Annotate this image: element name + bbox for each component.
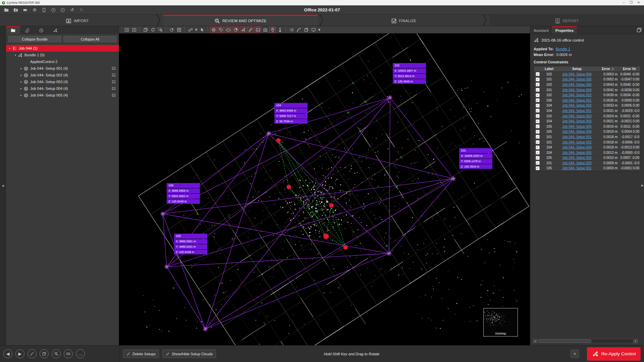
constraint-checkbox[interactable]: ✓ <box>536 77 540 81</box>
constraint-setup-link[interactable]: Job 044- Setup 004 <box>556 130 598 133</box>
column-header-Error[interactable]: Error▾ <box>598 67 619 71</box>
zoom-region-button[interactable] <box>157 26 163 33</box>
rotate-view-button[interactable] <box>150 26 156 33</box>
station-label-104[interactable]: 104X: 9993.8369 mY: 5009.7217 mZ: 99.763… <box>274 103 308 124</box>
caret-down-icon[interactable]: ▾ <box>8 47 11 50</box>
constraint-setup-link[interactable]: Job 044- Setup 004 <box>556 72 598 76</box>
constraint-checkbox[interactable]: ✓ <box>536 109 540 113</box>
grid-view-button[interactable] <box>176 26 182 33</box>
tree-item-job-044-setup-004-4-[interactable]: ▸Job 044- Setup 004 (4) <box>6 85 119 92</box>
constraint-setup-link[interactable]: Job 044- Setup 003 <box>556 114 598 118</box>
minimize-button[interactable]: – <box>623 0 625 5</box>
column-header-Label[interactable]: Label <box>542 67 556 71</box>
bundle-toggle-button[interactable] <box>240 26 246 33</box>
constraint-setup-link[interactable]: Job 044- Setup 003 <box>556 161 598 165</box>
left-panel-collapse[interactable]: ◀ <box>0 26 6 345</box>
constraint-setup-link[interactable]: Job 044- Setup 001 <box>556 99 598 102</box>
more-button[interactable]: … <box>76 349 85 358</box>
prev-button[interactable]: ◀ <box>3 349 12 358</box>
device-manager-button[interactable] <box>40 6 48 14</box>
constraint-checkbox[interactable]: ✓ <box>536 145 540 149</box>
search-button[interactable] <box>52 349 61 358</box>
caret-right-icon[interactable]: ▸ <box>19 67 23 70</box>
constraint-checkbox[interactable]: ✓ <box>536 130 540 134</box>
setups-toggle-button[interactable] <box>210 26 217 33</box>
constraint-checkbox[interactable]: ✓ <box>536 82 540 86</box>
constraint-checkbox[interactable]: ✓ <box>536 150 540 155</box>
constraint-setup-link[interactable]: Job 044- Setup 001 <box>556 166 598 170</box>
import-project-button[interactable] <box>12 6 19 14</box>
delete-setups-button[interactable]: Delete Setups <box>123 350 159 358</box>
constraint-setup-link[interactable]: Job 044- Setup 004 <box>556 145 598 149</box>
scroll-right-arrow[interactable]: ▸ <box>634 339 638 343</box>
scrollbar-thumb[interactable] <box>538 340 591 343</box>
station-label-106[interactable]: 106X: 9985.5859 mY: 5003.4562 mZ: 100.92… <box>167 183 200 204</box>
dismiss-bar-button[interactable]: × <box>571 350 579 358</box>
workflow-tab-finalize[interactable]: FINALIZE <box>326 15 481 26</box>
caret-right-icon[interactable]: ▸ <box>19 87 23 90</box>
labels-toggle-button[interactable] <box>218 26 224 33</box>
pano-images-button[interactable] <box>303 26 309 33</box>
undo-button[interactable]: ↺ <box>68 6 76 14</box>
person-view-button[interactable] <box>277 26 283 33</box>
camera-button[interactable] <box>262 26 268 33</box>
split-cloud-button[interactable] <box>288 26 294 33</box>
constraint-checkbox[interactable]: ✓ <box>536 119 540 123</box>
sitemap-inset[interactable]: SiteMap <box>483 308 518 337</box>
merge-branch-button[interactable] <box>296 26 302 33</box>
constraint-checkbox[interactable]: ✓ <box>536 166 540 170</box>
constraint-checkbox[interactable]: ✓ <box>536 98 540 102</box>
workflow-tab-review-and-optimize[interactable]: REVIEW AND OPTIMIZE <box>163 15 318 26</box>
constraint-checkbox[interactable]: ✓ <box>536 88 540 92</box>
constraint-setup-link[interactable]: Job 044- Setup 005 <box>556 77 598 81</box>
keyboard-button[interactable] <box>64 349 73 358</box>
close-button[interactable]: ✕ <box>637 0 640 5</box>
constraint-checkbox[interactable]: ✓ <box>536 135 540 139</box>
help-button[interactable]: ? <box>50 6 57 14</box>
constraint-setup-link[interactable]: Job 044- Setup 002 <box>556 93 598 97</box>
caret-right-icon[interactable]: ▸ <box>19 74 23 77</box>
reapply-control-button[interactable]: Re-Apply Control <box>587 347 641 361</box>
images-toggle-button[interactable] <box>255 26 261 33</box>
about-button[interactable]: i <box>59 6 66 14</box>
open-project-button[interactable] <box>3 6 10 14</box>
redo-button[interactable]: ↻ <box>78 6 85 14</box>
constraint-checkbox[interactable]: ✓ <box>536 114 540 118</box>
tree-item-job-044-setup-003-4-[interactable]: ▸Job 044- Setup 003 (4) <box>6 78 119 85</box>
tab-properties[interactable]: Properties <box>552 26 577 34</box>
next-button[interactable]: ▶ <box>15 349 24 358</box>
constraint-setup-link[interactable]: Job 044- Setup 002 <box>556 104 598 107</box>
geotag-toggle-button[interactable] <box>269 26 276 33</box>
station-label-102[interactable]: 102X: 10003.2907 mY: 5012.6614 mZ: 100.4… <box>393 63 426 84</box>
table-horizontal-scrollbar[interactable]: ◂ ▸ <box>533 339 638 343</box>
measure-button[interactable] <box>187 26 194 33</box>
clouds-toggle-button[interactable] <box>225 26 231 33</box>
maximize-button[interactable]: ❐ <box>630 0 633 5</box>
constraint-checkbox[interactable]: ✓ <box>536 93 540 97</box>
caret-button[interactable]: ▾ <box>318 26 321 33</box>
constraint-setup-link[interactable]: Job 044- Setup 003 <box>556 156 598 160</box>
column-header-Error Ve[interactable]: Error Ve <box>619 67 640 71</box>
tree-item-job-044-1-[interactable]: ▾Job 044 (1) <box>6 45 119 52</box>
constraint-checkbox[interactable]: ✓ <box>536 156 540 160</box>
caret-button[interactable]: ▾ <box>195 26 198 33</box>
right-panel-collapse[interactable]: ▶ <box>641 184 644 187</box>
scrollbar-track[interactable] <box>538 339 633 343</box>
screen-view-button[interactable] <box>310 26 317 33</box>
point-cloud-viewport[interactable]: 102X: 10003.2907 mY: 5012.6614 mZ: 100.4… <box>119 34 530 345</box>
constraint-checkbox[interactable]: ✓ <box>536 161 540 165</box>
constraint-checkbox[interactable]: ✓ <box>536 104 540 108</box>
tree-item-job-044-setup-001-4-[interactable]: ▸Job 044- Setup 001 (4) <box>6 65 119 72</box>
constraint-checkbox[interactable]: ✓ <box>536 124 540 128</box>
window-layout-button[interactable] <box>40 349 49 358</box>
copy-view-button[interactable] <box>142 26 149 33</box>
pick-pointer-button[interactable] <box>199 26 205 33</box>
scroll-left-arrow[interactable]: ◂ <box>533 339 537 343</box>
constraint-setup-link[interactable]: Job 044- Setup 005 <box>556 151 598 155</box>
constraint-setup-link[interactable]: Job 044- Setup 001 <box>556 109 598 113</box>
collapse-bundle-button[interactable]: Collapse Bundle <box>8 36 61 42</box>
tree-item-job-044-setup-005-4-[interactable]: ▸Job 044- Setup 005 (4) <box>6 92 119 99</box>
settings-button[interactable]: ⚙ <box>31 6 38 14</box>
sidebar-tab-project-explorer[interactable] <box>6 26 20 34</box>
show-hide-setup-clouds-button[interactable]: Show/Hide Setup Clouds <box>162 350 216 358</box>
